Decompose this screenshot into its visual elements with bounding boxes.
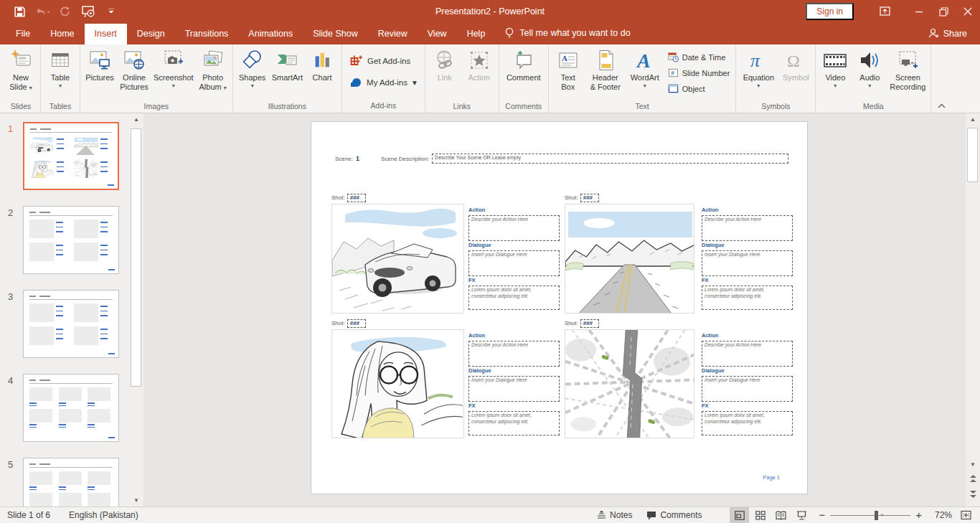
- slide-thumbnail-1[interactable]: [23, 122, 119, 190]
- slide-number-button[interactable]: # Slide Number: [664, 66, 734, 80]
- scroll-thumb[interactable]: [967, 128, 978, 182]
- shot-number-field[interactable]: ###: [580, 194, 599, 202]
- undo-button[interactable]: [33, 3, 52, 20]
- audio-button[interactable]: Audio ▾: [852, 45, 887, 102]
- screen-recording-button[interactable]: Screen Recording: [887, 45, 928, 102]
- notes-toggle-button[interactable]: Notes: [590, 507, 639, 523]
- tab-insert[interactable]: Insert: [85, 24, 127, 44]
- smartart-button[interactable]: SmartArt: [270, 45, 305, 102]
- scroll-track[interactable]: [966, 126, 980, 458]
- wordart-button[interactable]: A WordArt ▾: [626, 45, 664, 102]
- tab-design[interactable]: Design: [127, 24, 175, 44]
- tab-review[interactable]: Review: [368, 24, 418, 44]
- scroll-down-button[interactable]: ▼: [966, 458, 980, 471]
- scroll-up-button[interactable]: ▲: [966, 113, 980, 126]
- screenshot-button[interactable]: Screenshot ▾: [151, 45, 196, 102]
- thumb-scroll-down-button[interactable]: ▼: [129, 494, 143, 506]
- text-box-button[interactable]: A Text Box: [551, 45, 585, 102]
- date-time-button[interactable]: Date & Time: [664, 50, 734, 64]
- scene-description-field[interactable]: Describe Your Scene OR Leave empty: [432, 154, 788, 164]
- tab-file[interactable]: File: [6, 24, 40, 44]
- zoom-percentage[interactable]: 72%: [929, 510, 955, 520]
- tab-animations[interactable]: Animations: [238, 24, 303, 44]
- minimize-button[interactable]: [907, 1, 931, 22]
- comment-button[interactable]: Comment: [501, 45, 546, 102]
- table-button[interactable]: Table ▾: [43, 45, 77, 102]
- action-field[interactable]: Describe your Action Here: [702, 341, 793, 367]
- previous-slide-button[interactable]: [966, 471, 980, 486]
- fx-field[interactable]: Lorem ipsum dolor sit amet, consectetur …: [468, 411, 560, 435]
- dialogue-field[interactable]: Insert your Dialogue Here: [702, 250, 793, 276]
- tell-me-box[interactable]: Tell me what you want to do: [495, 22, 640, 44]
- action-field[interactable]: Describe your Action Here: [468, 215, 560, 241]
- online-pictures-button[interactable]: Online Pictures: [117, 45, 151, 102]
- equation-button[interactable]: π Equation ▾: [738, 45, 778, 102]
- shot-image-highway-interchange[interactable]: [565, 329, 694, 438]
- customize-quick-access-button[interactable]: [102, 3, 121, 20]
- slide-sorter-view-button[interactable]: [750, 507, 770, 523]
- redo-button[interactable]: [56, 3, 75, 20]
- action-button[interactable]: Action: [462, 45, 496, 102]
- pictures-button[interactable]: Pictures: [83, 45, 117, 102]
- slide-thumbnail-3[interactable]: [23, 290, 119, 358]
- close-button[interactable]: [956, 1, 980, 22]
- tab-help[interactable]: Help: [457, 24, 496, 44]
- zoom-slider-track[interactable]: +: [830, 515, 910, 516]
- shot-number-field[interactable]: ###: [580, 319, 599, 328]
- next-slide-button[interactable]: [966, 486, 980, 502]
- new-slide-button[interactable]: New Slide ▾: [4, 45, 38, 102]
- normal-view-button[interactable]: [730, 507, 749, 523]
- slide-show-view-button[interactable]: [792, 507, 811, 523]
- fx-field[interactable]: Lorem ipsum dolor sit amet, consectetur …: [468, 286, 560, 310]
- link-button[interactable]: Link: [428, 45, 462, 102]
- shot-number-field[interactable]: ###: [347, 194, 366, 202]
- slide-editing-surface[interactable]: Scene: 1 Scene Description: Describe You…: [311, 121, 808, 494]
- sign-in-button[interactable]: Sign in: [806, 3, 854, 20]
- dialogue-field[interactable]: Insert your Dialogue Here: [468, 250, 560, 276]
- tab-home[interactable]: Home: [40, 24, 84, 44]
- zoom-in-button[interactable]: +: [915, 512, 922, 519]
- shot-image-convertible-car[interactable]: [331, 204, 464, 314]
- comments-toggle-button[interactable]: Comments: [640, 507, 708, 523]
- slide-thumbnail-5[interactable]: [23, 458, 119, 506]
- shot-image-mountain-road[interactable]: [565, 204, 694, 314]
- symbol-button[interactable]: Ω Symbol: [778, 45, 813, 102]
- zoom-slider-thumb[interactable]: [875, 511, 878, 520]
- language-indicator[interactable]: English (Pakistan): [69, 510, 138, 520]
- share-button[interactable]: Share: [915, 23, 980, 44]
- shot-number-field[interactable]: ###: [347, 319, 366, 328]
- start-from-beginning-button[interactable]: [79, 3, 98, 20]
- tab-slide-show[interactable]: Slide Show: [303, 24, 368, 44]
- fit-slide-to-window-button[interactable]: [956, 507, 976, 523]
- video-button[interactable]: Video ▾: [818, 45, 852, 102]
- thumb-scroll-thumb[interactable]: [131, 128, 141, 387]
- action-field[interactable]: Describe your Action Here: [468, 341, 560, 367]
- photo-album-button[interactable]: Photo Album ▾: [196, 45, 230, 102]
- dialogue-field[interactable]: Insert your Dialogue Here: [468, 376, 560, 402]
- tab-view[interactable]: View: [418, 24, 457, 44]
- thumb-scroll-track[interactable]: [129, 126, 143, 494]
- zoom-out-button[interactable]: −: [819, 512, 825, 519]
- thumb-scroll-up-button[interactable]: ▲: [129, 113, 143, 126]
- get-add-ins-button[interactable]: Get Add-ins: [344, 52, 423, 69]
- chart-button[interactable]: Chart: [305, 45, 339, 102]
- dialogue-field[interactable]: Insert your Dialogue Here: [702, 376, 793, 402]
- slide-thumbnail-4[interactable]: [23, 374, 119, 442]
- scene-number[interactable]: 1: [356, 155, 359, 162]
- slide-thumbnail-2[interactable]: [23, 206, 119, 274]
- save-button[interactable]: [10, 3, 29, 20]
- action-field[interactable]: Describe your Action Here: [702, 215, 793, 241]
- shapes-button[interactable]: Shapes ▾: [235, 45, 270, 102]
- my-add-ins-button[interactable]: My Add-ins ▾: [344, 75, 423, 90]
- fx-field[interactable]: Lorem ipsum dolor sit amet, consectetur …: [702, 286, 793, 310]
- tab-transitions[interactable]: Transitions: [175, 24, 239, 44]
- ribbon-display-options-button[interactable]: [872, 1, 897, 22]
- restore-button[interactable]: [931, 1, 956, 22]
- shot-image-woman-in-car[interactable]: [331, 329, 464, 438]
- collapse-ribbon-button[interactable]: [931, 44, 951, 113]
- slide-counter[interactable]: Slide 1 of 6: [7, 510, 50, 520]
- fx-field[interactable]: Lorem ipsum dolor sit amet, consectetur …: [702, 411, 793, 435]
- header-footer-button[interactable]: Header & Footer: [585, 45, 626, 102]
- object-button[interactable]: Object: [664, 82, 734, 95]
- reading-view-button[interactable]: [771, 507, 791, 523]
